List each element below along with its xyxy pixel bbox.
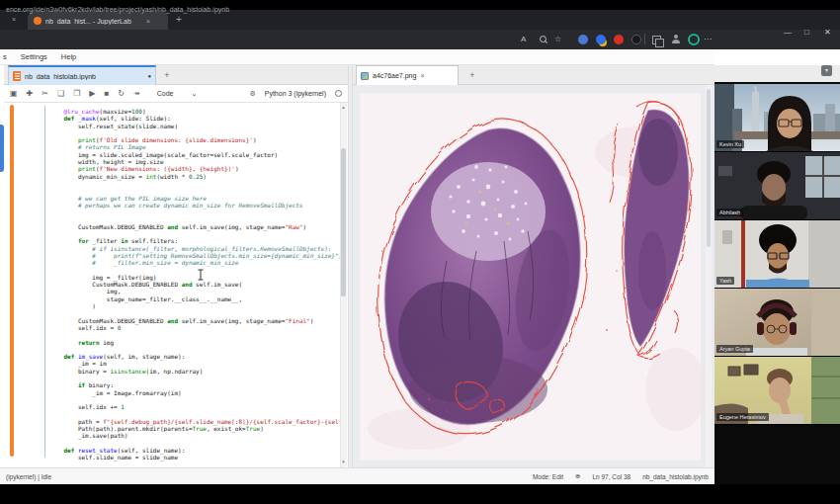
extension-icon[interactable]: [688, 34, 700, 45]
tab-close-icon[interactable]: ×: [12, 16, 16, 23]
participant-tile[interactable]: Eugene Herasimov: [714, 357, 840, 425]
extension-icon[interactable]: [614, 35, 624, 44]
letterbox: [0, 484, 840, 504]
screen: × nb_data_hist... - JupyterLab × + ence.…: [0, 0, 840, 504]
scrollbar-thumb[interactable]: [341, 148, 346, 296]
code-editor[interactable]: @lru_cache(maxsize=100) def _mask(self, …: [49, 108, 341, 463]
address-bar[interactable]: ence.org/ide/n3w0fv6kr2kdv/lab/tree/proj…: [6, 6, 229, 13]
unsaved-dot-icon: ●: [147, 73, 151, 79]
chevron-down-icon: ⌄: [191, 90, 197, 98]
browser-menu-icon[interactable]: ⋯: [704, 35, 712, 43]
kernel-status-icon[interactable]: [335, 90, 342, 97]
participant-tile[interactable]: Abhilash: [714, 152, 840, 220]
video-filmstrip: Kevin Xu Abhilash: [714, 82, 840, 484]
new-launcher-button[interactable]: +: [158, 65, 176, 85]
tab-groups-icon[interactable]: [652, 36, 661, 44]
cell-collapser[interactable]: [10, 105, 14, 457]
menu-fragment: s: [3, 52, 7, 61]
image-viewer-panel[interactable]: [353, 85, 714, 467]
run-cell-icon[interactable]: ▶: [89, 89, 95, 99]
participant-tile[interactable]: Yash: [714, 220, 840, 289]
profile-icon[interactable]: [671, 35, 681, 44]
extension-icon[interactable]: [596, 35, 606, 44]
jupyterlab-menubar: s Settings Help: [0, 49, 714, 65]
window-minimize-icon[interactable]: —: [784, 28, 792, 37]
save-icon[interactable]: ▣: [10, 89, 18, 99]
cut-cell-icon[interactable]: ✂: [42, 89, 48, 99]
cell-type-value: Code: [157, 90, 174, 97]
browser-tab-close-icon[interactable]: ×: [146, 18, 150, 25]
gallery-collapse-icon[interactable]: ▾: [821, 65, 832, 76]
tab-image-viewer[interactable]: a4c76ae7.png ×: [356, 65, 459, 85]
search-icon[interactable]: [540, 36, 546, 42]
browser-tab-title: nb_data_hist... - JupyterLab: [45, 18, 144, 25]
browser-toolbar: [0, 30, 840, 49]
bookmark-star-icon[interactable]: ☆: [554, 35, 561, 43]
stop-kernel-icon[interactable]: ■: [104, 89, 109, 99]
paste-cell-icon[interactable]: ❐: [73, 89, 80, 99]
debugger-icon[interactable]: ⚙: [249, 89, 255, 99]
restart-run-all-icon[interactable]: ↠: [133, 89, 140, 99]
statusbar-filename: nb_data_histolab.ipynb: [642, 473, 709, 480]
browser-new-tab-button[interactable]: +: [176, 16, 182, 24]
image-file-icon: [361, 72, 369, 80]
divider: [644, 34, 645, 44]
browser-tab[interactable]: nb_data_hist... - JupyterLab ×: [28, 12, 168, 30]
image-tab-label: a4c76ae7.png: [373, 72, 416, 79]
cursor-position-icon: ⊕: [575, 472, 580, 480]
histology-slide-image: [353, 85, 714, 467]
extension-icon[interactable]: [631, 35, 641, 44]
copy-cell-icon[interactable]: ❏: [57, 89, 64, 99]
participant-tile[interactable]: Aryan Gupta: [714, 289, 840, 357]
window-close-icon[interactable]: ✕: [824, 28, 831, 37]
participant-tile[interactable]: Kevin Xu: [714, 84, 840, 152]
notebook-file-icon: [13, 71, 21, 81]
extension-icon[interactable]: [578, 35, 588, 44]
cell-type-dropdown[interactable]: Code ⌄: [157, 90, 198, 98]
mode-indicator[interactable]: Mode: Edit: [533, 473, 563, 480]
scrollbar-thumb[interactable]: [707, 89, 711, 247]
notebook-toolbar: ▣ ✚ ✂ ❏ ❐ ▶ ■ ↻ ↠ Code ⌄ ⚙ Python 3 (ipy…: [4, 85, 348, 103]
jupyterlab-favicon: [34, 17, 42, 25]
restart-kernel-icon[interactable]: ↻: [118, 89, 125, 99]
line-col-indicator[interactable]: Ln 97, Col 38: [592, 473, 630, 480]
participant-name: Yash: [716, 277, 734, 285]
add-cell-icon[interactable]: ✚: [27, 89, 34, 99]
tab-notebook[interactable]: nb_data_histolab.ipynb ●: [8, 65, 156, 85]
new-launcher-button[interactable]: +: [463, 65, 481, 85]
window-maximize-icon[interactable]: □: [804, 28, 809, 37]
ibeam-cursor: [197, 269, 205, 281]
kernel-state: (ipykernel) | Idle: [6, 473, 51, 480]
scroll-up-icon[interactable]: ▴: [340, 104, 347, 110]
cell-border: [44, 106, 45, 458]
participant-name: Eugene Herasimov: [716, 413, 769, 421]
menu-settings[interactable]: Settings: [21, 52, 47, 61]
participant-name: Abhilash: [716, 209, 743, 216]
participant-name: Aryan Gupta: [716, 345, 753, 353]
statusbar: (ipykernel) | Idle Mode: Edit ⊕ Ln 97, C…: [0, 467, 714, 484]
reader-mode-icon[interactable]: A: [521, 35, 526, 43]
kernel-name[interactable]: Python 3 (ipykernel): [265, 90, 326, 97]
notebook-tab-label: nb_data_histolab.ipynb: [25, 73, 144, 80]
image-tab-close-icon[interactable]: ×: [420, 72, 424, 79]
scroll-down-icon[interactable]: ▾: [340, 459, 347, 464]
menu-help[interactable]: Help: [61, 52, 76, 61]
participant-name: Kevin Xu: [716, 140, 744, 148]
